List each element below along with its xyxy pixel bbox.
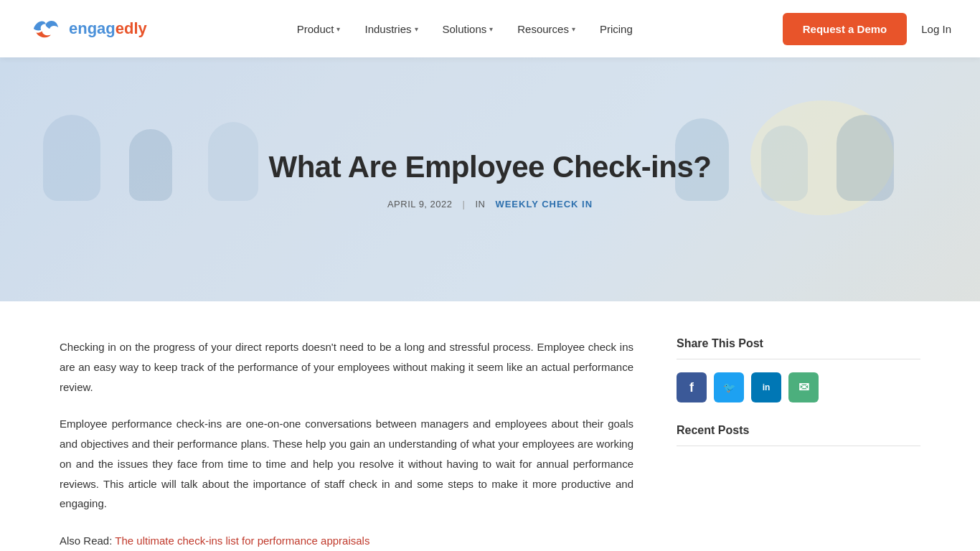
meta-separator: |: [463, 199, 466, 209]
header-actions: Request a Demo Log In: [783, 13, 951, 45]
article-category[interactable]: WEEKLY CHECK IN: [495, 199, 593, 209]
recent-posts-title: Recent Posts: [677, 424, 920, 446]
also-read: Also Read: The ultimate check-ins list f…: [60, 531, 633, 551]
facebook-icon: f: [689, 380, 694, 395]
chevron-down-icon: ▾: [415, 25, 418, 33]
nav-item-product[interactable]: Product ▾: [287, 17, 351, 41]
article-content: Checking in on the progress of your dire…: [60, 337, 633, 551]
nav-item-solutions[interactable]: Solutions ▾: [433, 17, 504, 41]
logo[interactable]: engagedly: [29, 16, 147, 42]
site-header: engagedly Product ▾ Industries ▾ Solutio…: [0, 0, 980, 57]
twitter-icon: 🐦: [723, 382, 735, 393]
in-label: IN: [475, 199, 485, 209]
article-meta: APRIL 9, 2022 | IN WEEKLY CHECK IN: [269, 199, 712, 209]
request-demo-button[interactable]: Request a Demo: [783, 13, 908, 45]
email-icon: ✉: [798, 380, 809, 395]
share-facebook-button[interactable]: f: [677, 372, 707, 402]
share-linkedin-button[interactable]: in: [751, 372, 781, 402]
share-section: Share This Post f 🐦 in ✉: [677, 337, 920, 402]
article-paragraph-2: Employee performance check-ins are one-o…: [60, 414, 633, 514]
chevron-down-icon: ▾: [336, 25, 340, 33]
nav-item-pricing[interactable]: Pricing: [590, 17, 643, 41]
main-nav: Product ▾ Industries ▾ Solutions ▾ Resou…: [287, 17, 643, 41]
share-title: Share This Post: [677, 337, 920, 359]
login-button[interactable]: Log In: [921, 23, 951, 35]
logo-text: engagedly: [69, 19, 147, 38]
chevron-down-icon: ▾: [572, 25, 575, 33]
nav-item-resources[interactable]: Resources ▾: [507, 17, 585, 41]
logo-svg: [29, 16, 63, 42]
article-paragraph-1: Checking in on the progress of your dire…: [60, 337, 633, 397]
share-buttons: f 🐦 in ✉: [677, 372, 920, 402]
chevron-down-icon: ▾: [489, 25, 493, 33]
page-body: Checking in on the progress of your dire…: [31, 301, 949, 551]
share-email-button[interactable]: ✉: [788, 372, 819, 402]
hero-content: What Are Employee Check-ins? APRIL 9, 20…: [269, 150, 712, 209]
article-title: What Are Employee Check-ins?: [269, 150, 712, 184]
publish-date: APRIL 9, 2022: [387, 199, 453, 209]
share-twitter-button[interactable]: 🐦: [714, 372, 744, 402]
also-read-link[interactable]: The ultimate check-ins list for performa…: [115, 534, 369, 547]
sidebar: Share This Post f 🐦 in ✉ Recent Posts: [677, 337, 920, 551]
hero-section: What Are Employee Check-ins? APRIL 9, 20…: [0, 57, 980, 301]
linkedin-icon: in: [763, 382, 771, 392]
nav-item-industries[interactable]: Industries ▾: [354, 17, 428, 41]
